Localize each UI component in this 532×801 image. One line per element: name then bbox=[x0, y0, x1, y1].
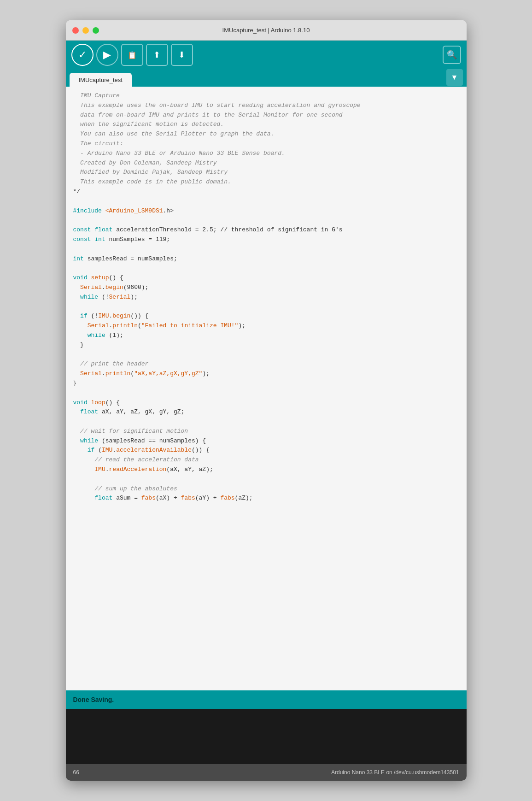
editor-area: IMU Capture This example uses the on-boa… bbox=[66, 87, 467, 690]
code-line: // wait for significant motion bbox=[73, 427, 459, 436]
code-line: float aX, aY, aZ, gX, gY, gZ; bbox=[73, 407, 459, 417]
code-line: This example uses the on-board IMU to st… bbox=[73, 101, 459, 111]
board-info: Arduino Nano 33 BLE on /dev/cu.usbmodem1… bbox=[331, 769, 459, 776]
code-line: float aSum = fabs(aX) + fabs(aY) + fabs(… bbox=[73, 494, 459, 503]
code-line: } bbox=[73, 379, 459, 389]
code-line: data from on-board IMU and prints it to … bbox=[73, 111, 459, 120]
code-line bbox=[73, 216, 459, 225]
verify-icon: ✓ bbox=[78, 49, 87, 61]
toolbar: ✓ ▶ 📋 ⬆ ⬇ 🔍 bbox=[66, 41, 467, 69]
title-bar: IMUcapture_test | Arduino 1.8.10 bbox=[66, 20, 467, 41]
code-line bbox=[73, 302, 459, 312]
code-line bbox=[73, 245, 459, 254]
tabs-dropdown-button[interactable]: ▼ bbox=[446, 69, 463, 86]
status-message: Done Saving. bbox=[73, 696, 114, 703]
maximize-button[interactable] bbox=[93, 27, 99, 34]
window-controls bbox=[72, 27, 99, 34]
window-title: IMUcapture_test | Arduino 1.8.10 bbox=[222, 27, 310, 34]
tab-imucapture[interactable]: IMUcapture_test bbox=[70, 73, 132, 87]
upload-icon: ▶ bbox=[103, 49, 111, 61]
code-line: #include <Arduino_LSM9DS1.h> bbox=[73, 206, 459, 216]
code-line: The circuit: bbox=[73, 139, 459, 149]
code-line: const float accelerationThreshold = 2.5;… bbox=[73, 225, 459, 235]
code-line: // read the acceleration data bbox=[73, 455, 459, 465]
close-button[interactable] bbox=[72, 27, 79, 34]
bottom-bar: 66 Arduino Nano 33 BLE on /dev/cu.usbmod… bbox=[66, 764, 467, 781]
verify-button[interactable]: ✓ bbox=[71, 44, 94, 66]
code-line: while (samplesRead == numSamples) { bbox=[73, 436, 459, 446]
tab-label: IMUcapture_test bbox=[79, 77, 123, 83]
code-line: Modified by Dominic Pajak, Sandeep Mistr… bbox=[73, 168, 459, 177]
code-line: void loop() { bbox=[73, 398, 459, 408]
minimize-button[interactable] bbox=[82, 27, 89, 34]
line-number: 66 bbox=[73, 769, 79, 776]
code-line: const int numSamples = 119; bbox=[73, 235, 459, 245]
code-line: IMU.readAcceleration(aX, aY, aZ); bbox=[73, 465, 459, 475]
code-line bbox=[73, 350, 459, 360]
code-line bbox=[73, 475, 459, 484]
code-line: // print the header bbox=[73, 359, 459, 369]
code-line bbox=[73, 197, 459, 206]
code-line: Serial.println("Failed to initialize IMU… bbox=[73, 321, 459, 331]
code-line bbox=[73, 389, 459, 398]
code-line: Created by Don Coleman, Sandeep Mistry bbox=[73, 159, 459, 168]
code-line: You can also use the Serial Plotter to g… bbox=[73, 130, 459, 139]
status-bar: Done Saving. bbox=[66, 690, 467, 709]
search-icon: 🔍 bbox=[447, 50, 457, 60]
code-line: void setup() { bbox=[73, 273, 459, 283]
open-button[interactable]: ⬆ bbox=[146, 44, 168, 66]
code-line: This example code is in the public domai… bbox=[73, 177, 459, 187]
code-editor[interactable]: IMU Capture This example uses the on-boa… bbox=[66, 87, 467, 690]
code-line: Serial.begin(9600); bbox=[73, 283, 459, 293]
main-window: IMUcapture_test | Arduino 1.8.10 ✓ ▶ 📋 ⬆… bbox=[66, 20, 467, 781]
tabs-bar: IMUcapture_test ▼ bbox=[66, 69, 467, 87]
upload-button[interactable]: ▶ bbox=[96, 44, 118, 66]
code-line: while (!Serial); bbox=[73, 293, 459, 302]
code-line bbox=[73, 264, 459, 273]
code-line: } bbox=[73, 341, 459, 350]
new-button[interactable]: 📋 bbox=[121, 44, 143, 66]
code-line: */ bbox=[73, 187, 459, 197]
code-line: if (!IMU.begin()) { bbox=[73, 312, 459, 321]
save-button[interactable]: ⬇ bbox=[171, 44, 193, 66]
code-line: when the significant motion is detected. bbox=[73, 120, 459, 130]
code-line: - Arduino Nano 33 BLE or Arduino Nano 33… bbox=[73, 149, 459, 159]
code-line: int samplesRead = numSamples; bbox=[73, 254, 459, 264]
open-icon: ⬆ bbox=[153, 50, 160, 60]
chevron-down-icon: ▼ bbox=[451, 73, 458, 82]
new-icon: 📋 bbox=[128, 51, 137, 59]
code-line: // sum up the absolutes bbox=[73, 484, 459, 494]
code-line: IMU Capture bbox=[73, 91, 459, 101]
code-line bbox=[73, 417, 459, 427]
save-icon: ⬇ bbox=[178, 50, 185, 60]
code-scroll[interactable]: IMU Capture This example uses the on-boa… bbox=[66, 91, 467, 686]
search-button[interactable]: 🔍 bbox=[443, 46, 461, 64]
console-area bbox=[66, 709, 467, 764]
code-line: if (IMU.accelerationAvailable()) { bbox=[73, 446, 459, 455]
code-line: Serial.println("aX,aY,aZ,gX,gY,gZ"); bbox=[73, 369, 459, 379]
code-line: while (1); bbox=[73, 331, 459, 341]
